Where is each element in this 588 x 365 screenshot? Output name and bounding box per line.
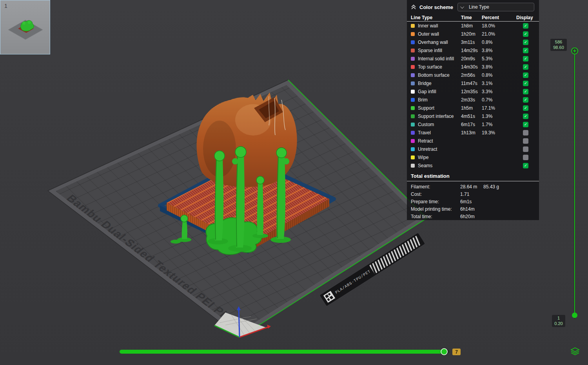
line-type-row: Unretract — [407, 145, 539, 153]
line-type-label: Outer wall — [418, 31, 461, 37]
display-checkbox[interactable] — [523, 155, 528, 160]
layer-bottom-badge: 1 0.20 — [552, 315, 565, 327]
display-checkbox[interactable] — [523, 48, 528, 53]
display-checkbox[interactable] — [523, 97, 528, 103]
line-type-color-swatch — [411, 32, 415, 36]
total-label: Prepare time: — [411, 199, 460, 204]
line-type-label: Travel — [418, 130, 461, 136]
display-checkbox[interactable] — [523, 138, 528, 144]
display-checkbox[interactable] — [523, 64, 528, 70]
line-type-color-swatch — [411, 90, 415, 94]
line-type-percent: 1.3% — [482, 114, 516, 119]
display-checkbox[interactable] — [523, 23, 528, 29]
line-type-color-swatch — [411, 24, 415, 28]
line-type-color-swatch — [411, 49, 415, 52]
line-type-color-swatch — [411, 98, 415, 102]
line-type-percent: 3.8% — [482, 64, 516, 70]
total-value: 28.64 m — [460, 184, 483, 190]
line-type-time: 14m29s — [461, 48, 482, 53]
line-type-time: 20m9s — [461, 56, 482, 61]
line-type-time: 1h5m — [461, 105, 482, 111]
line-type-percent: 5.3% — [482, 56, 516, 61]
line-type-color-swatch — [411, 57, 415, 61]
line-type-row: Brim2m33s0.7% — [407, 96, 539, 104]
line-type-time: 2m33s — [461, 97, 482, 103]
line-type-row: Wipe — [407, 153, 539, 161]
total-label: Filament: — [411, 184, 460, 190]
total-value: 6m1s — [460, 199, 483, 204]
display-checkbox[interactable] — [523, 40, 528, 45]
line-type-label: Brim — [418, 97, 461, 103]
plate-thumbnail[interactable]: 1 — [0, 0, 50, 54]
layer-top-badge: 586 98.60 — [550, 39, 567, 51]
line-type-time: 2m56s — [461, 72, 482, 78]
display-checkbox[interactable] — [523, 114, 528, 119]
line-type-time: 1h13m — [461, 130, 482, 136]
line-type-label: Gap infill — [418, 89, 461, 94]
move-slider-handle[interactable] — [441, 348, 448, 355]
move-step-badge: 7 — [452, 349, 461, 355]
display-checkbox[interactable] — [523, 122, 528, 127]
total-estimation-row: Total time:6h20m — [407, 213, 539, 220]
line-type-percent: 21.0% — [482, 31, 516, 37]
color-scheme-dropdown[interactable]: Line Type — [457, 3, 534, 11]
line-type-row: Custom6m17s1.7% — [407, 120, 539, 128]
line-type-row: Internal solid infill20m9s5.3% — [407, 54, 539, 63]
total-value: 6h14m — [460, 206, 483, 212]
move-slider — [120, 348, 450, 356]
total-value: 1.71 — [460, 192, 483, 197]
color-scheme-selected-value: Line Type — [469, 4, 489, 10]
slicer-preview-window: Bambu Dual-Sided Textured PEI Plate — [0, 0, 588, 365]
display-checkbox[interactable] — [523, 105, 528, 111]
line-type-row: Sparse infill14m29s3.8% — [407, 46, 539, 54]
display-checkbox[interactable] — [523, 31, 528, 37]
line-type-time: 1h20m — [461, 31, 482, 37]
line-type-label: Sparse infill — [418, 48, 461, 53]
column-display: Display — [516, 15, 535, 20]
line-type-label: Seams — [418, 163, 461, 168]
line-type-time: 4m51s — [461, 114, 482, 119]
move-slider-track[interactable] — [120, 350, 450, 354]
line-type-table-header: Line Type Time Percent Display — [407, 14, 539, 22]
display-checkbox[interactable] — [523, 72, 528, 78]
display-checkbox[interactable] — [523, 163, 528, 168]
layer-slider-top-handle[interactable] — [571, 47, 578, 54]
collapse-panel-icon[interactable] — [411, 4, 416, 10]
line-type-label: Custom — [418, 122, 461, 127]
total-value: 6h20m — [460, 214, 483, 219]
line-type-percent: 1.7% — [482, 122, 516, 127]
layer-top-number: 586 — [550, 39, 567, 45]
display-checkbox[interactable] — [523, 56, 528, 61]
column-percent: Percent — [482, 15, 516, 20]
total-extra: 85.43 g — [483, 184, 535, 190]
line-type-row: Support interface4m51s1.3% — [407, 112, 539, 120]
line-type-label: Unretract — [418, 146, 461, 152]
line-type-label: Bridge — [418, 81, 461, 86]
plate-number: 1 — [4, 3, 7, 9]
total-estimation-title: Total estimation — [407, 170, 539, 181]
line-type-row: Travel1h13m19.3% — [407, 128, 539, 137]
display-checkbox[interactable] — [523, 130, 528, 136]
line-type-color-swatch — [411, 81, 415, 85]
total-estimation-row: Cost:1.71 — [407, 190, 539, 198]
display-checkbox[interactable] — [523, 89, 528, 94]
display-checkbox[interactable] — [523, 146, 528, 152]
line-type-row: Gap infill12m35s3.3% — [407, 87, 539, 96]
line-type-row: Top surface14m30s3.8% — [407, 63, 539, 71]
line-type-color-swatch — [411, 106, 415, 110]
line-type-color-swatch — [411, 147, 415, 151]
layer-bottom-number: 1 — [552, 315, 565, 321]
line-type-color-swatch — [411, 131, 415, 135]
line-type-label: Support interface — [418, 114, 461, 119]
plate-thumbnail-preview — [0, 0, 51, 55]
line-type-row: Overhang wall3m11s0.8% — [407, 38, 539, 46]
line-type-color-swatch — [411, 114, 415, 118]
display-checkbox[interactable] — [523, 81, 528, 86]
layer-slider-bottom-handle[interactable] — [572, 313, 577, 318]
layers-icon — [570, 347, 580, 357]
line-type-label: Retract — [418, 138, 461, 144]
layers-view-button[interactable] — [570, 346, 581, 357]
line-type-time: 1h8m — [461, 23, 482, 29]
line-type-color-swatch — [411, 164, 415, 168]
column-line-type: Line Type — [411, 15, 461, 20]
